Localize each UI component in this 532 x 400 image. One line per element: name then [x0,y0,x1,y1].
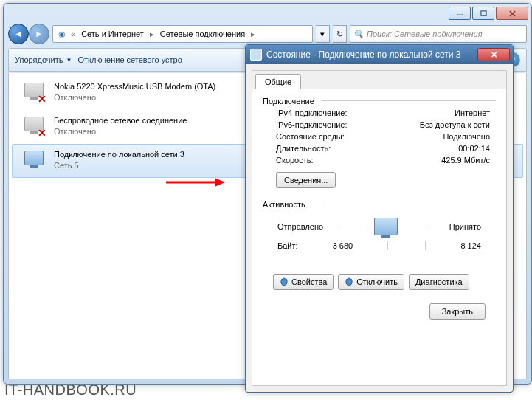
address-bar: ◄ ► ◉ « Сеть и Интернет ▸ Сетевые подклю… [8,23,527,45]
diagnose-button[interactable]: Диагностика [409,274,469,290]
bytes-received-value: 8 124 [460,241,481,250]
ipv6-label: IPv6-подключение: [276,120,348,129]
bytes-sent-value: 3 680 [333,241,353,250]
properties-label: Свойства [291,277,327,286]
received-label: Принято [449,222,481,231]
maximize-button[interactable] [472,7,494,20]
group-activity-label: Активность [263,200,496,209]
group-connection-label: Подключение [263,97,496,106]
dialog-titlebar: Состояние - Подключение по локальной сет… [246,45,513,64]
duration-value: 00:02:14 [458,144,490,153]
shield-icon [280,277,289,286]
address-dropdown[interactable]: ▾ [316,25,330,43]
dialog-close-button[interactable]: ✕ [477,48,510,61]
chevron-down-icon: ▼ [66,57,72,63]
speed-value: 425.9 Мбит/с [441,156,490,165]
organize-menu[interactable]: Упорядочить ▼ [15,55,72,64]
svg-marker-5 [215,178,225,187]
disable-label: Отключить [356,277,398,286]
network-adapter-icon: ✕ [18,81,48,105]
close-button[interactable] [496,7,528,20]
search-input[interactable]: 🔍 Поиск: Сетевые подключения [350,25,527,43]
annotation-arrow-icon [166,177,225,189]
dialog-title: Состояние - Подключение по локальной сет… [266,49,473,60]
dialog-body: Общие Подключение IPv4-подключение:Интер… [252,70,507,386]
disable-label: Отключение сетевого устро [77,55,182,64]
network-adapter-icon: ✕ [18,115,48,139]
activity-icon [342,218,430,235]
minimize-button[interactable] [449,7,471,20]
connection-name: Подключение по локальной сети 3 [54,149,184,160]
disable-device-button[interactable]: Отключение сетевого устро [77,55,182,64]
details-button[interactable]: Сведения... [276,172,336,188]
ipv4-value: Интернет [455,108,490,117]
sent-label: Отправлено [277,222,323,231]
chevron-right-icon: « [71,30,75,38]
tab-general[interactable]: Общие [255,74,301,89]
svg-rect-1 [480,10,486,15]
status-dialog: Состояние - Подключение по локальной сет… [245,44,514,393]
address-field[interactable]: ◉ « Сеть и Интернет ▸ Сетевые подключени… [52,25,313,43]
ipv4-label: IPv4-подключение: [276,108,348,117]
properties-button[interactable]: Свойства [273,274,334,290]
connection-name: Беспроводное сетевое соединение [54,115,187,126]
tab-strip: Общие [252,71,506,89]
connection-status: Отключено [54,126,187,137]
duration-label: Длительность: [276,144,331,153]
refresh-button[interactable]: ↻ [333,25,347,43]
network-icon: ◉ [56,28,68,40]
connection-name: Nokia 5220 XpressMusic USB Modem (OTA) [54,81,215,92]
connection-status: Отключено [54,92,215,103]
media-value: Подключено [443,132,490,141]
organize-label: Упорядочить [15,55,63,64]
network-adapter-icon [18,149,48,173]
watermark: IT-HANDBOOK.RU [4,382,137,399]
shield-icon [345,277,353,286]
ipv6-value: Без доступа к сети [420,120,490,129]
search-placeholder: Поиск: Сетевые подключения [367,30,483,38]
forward-button[interactable]: ► [29,24,49,44]
connection-status: Сеть 5 [54,160,184,171]
close-button[interactable]: Закрыть [429,303,486,320]
breadcrumb-seg2[interactable]: Сетевые подключения [157,28,248,40]
media-label: Состояние среды: [276,132,345,141]
titlebar [4,4,531,23]
chevron-right-icon: ▸ [251,30,255,39]
dialog-icon [250,49,262,61]
breadcrumb-seg1[interactable]: Сеть и Интернет [78,28,147,40]
search-icon: 🔍 [353,30,364,39]
speed-label: Скорость: [276,156,314,165]
chevron-right-icon: ▸ [150,30,154,39]
back-button[interactable]: ◄ [8,24,29,44]
disable-button[interactable]: Отключить [338,274,404,290]
bytes-label: Байт: [277,241,298,250]
